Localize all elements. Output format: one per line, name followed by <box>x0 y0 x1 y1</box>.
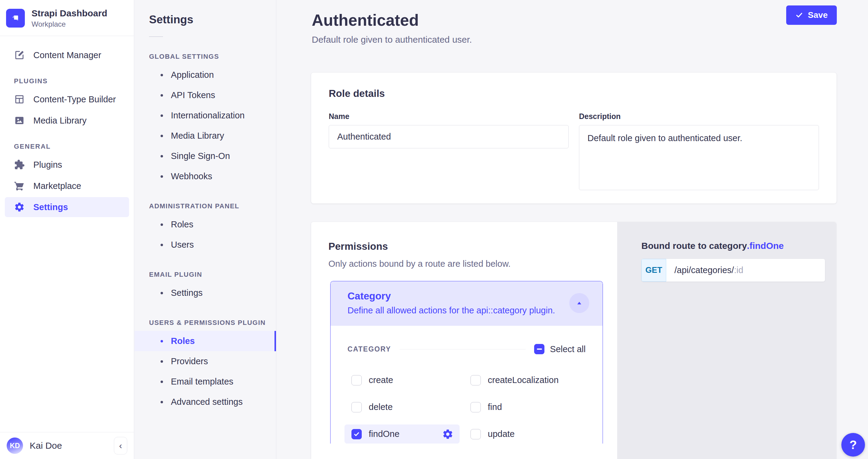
collapse-sidebar-button[interactable]: ‹ <box>114 437 127 455</box>
select-all-label[interactable]: Select all <box>550 344 586 354</box>
avatar-initials: KD <box>10 442 20 450</box>
main-content: Authenticated Default role given to auth… <box>277 0 868 459</box>
strapi-logo-icon <box>6 9 25 28</box>
bound-route-title: Bound route to category.findOne <box>641 241 836 251</box>
permission-update: update <box>467 425 586 444</box>
bullet-icon <box>161 135 163 137</box>
checkbox-label[interactable]: createLocalization <box>488 375 559 385</box>
findone-checkbox[interactable] <box>351 429 362 439</box>
settings-item-label: Roles <box>171 336 195 346</box>
sidebar-item-label: Content Manager <box>33 50 101 60</box>
checkbox-label[interactable]: find <box>488 402 502 412</box>
settings-item-webhooks[interactable]: Webhooks <box>134 166 276 187</box>
settings-item-email-settings[interactable]: Settings <box>134 283 276 303</box>
route-path-base: /api/categories/ <box>674 265 734 275</box>
settings-item-label: API Tokens <box>171 90 215 100</box>
sidebar-footer: KD Kai Doe ‹ <box>0 432 134 459</box>
settings-item-advanced-settings[interactable]: Advanced settings <box>134 392 276 412</box>
bound-route-action: .findOne <box>747 241 784 251</box>
settings-item-application[interactable]: Application <box>134 65 276 85</box>
sidebar-item-plugins[interactable]: Plugins <box>5 155 129 175</box>
group-divider <box>400 349 526 350</box>
role-details-title: Role details <box>329 88 819 99</box>
save-button[interactable]: Save <box>786 5 837 25</box>
section-email-plugin: EMAIL PLUGIN <box>149 271 276 278</box>
delete-checkbox[interactable] <box>351 402 362 413</box>
permission-delete: delete <box>347 397 467 417</box>
settings-item-up-roles[interactable]: Roles <box>134 331 276 351</box>
select-all-control[interactable]: Select all <box>534 344 586 354</box>
settings-item-label: Webhooks <box>171 171 212 182</box>
settings-item-internationalization[interactable]: Internationalization <box>134 105 276 126</box>
settings-item-providers[interactable]: Providers <box>134 351 276 371</box>
workspace-switcher[interactable]: Strapi Dashboard Workplace <box>0 0 134 36</box>
sidebar-item-marketplace[interactable]: Marketplace <box>5 176 129 196</box>
route-display: GET /api/categories/:id <box>641 259 825 282</box>
settings-item-admin-roles[interactable]: Roles <box>134 215 276 235</box>
findone-settings-button[interactable] <box>442 428 454 440</box>
collapse-accordion-button[interactable] <box>569 293 589 313</box>
permissions-section: Permissions Only actions bound by a rout… <box>311 222 836 459</box>
bound-route-title-prefix: Bound route to category <box>641 241 747 251</box>
sidebar-item-media-library[interactable]: Media Library <box>5 110 129 131</box>
permission-findone: findOne <box>344 425 460 444</box>
create-checkbox[interactable] <box>351 375 362 386</box>
bullet-icon <box>161 340 163 342</box>
bound-route-panel: Bound route to category.findOne GET /api… <box>617 222 836 459</box>
checkbox-label[interactable]: delete <box>369 402 393 412</box>
cog-icon <box>442 428 454 440</box>
permissions-title: Permissions <box>329 241 617 252</box>
permission-create: create <box>347 370 467 390</box>
sidebar-item-content-type-builder[interactable]: Content-Type Builder <box>5 89 129 109</box>
select-all-checkbox[interactable] <box>534 344 545 354</box>
settings-item-email-templates[interactable]: Email templates <box>134 371 276 392</box>
content-type-builder-icon <box>14 94 25 105</box>
settings-item-label: Media Library <box>171 131 224 141</box>
sidebar-item-content-manager[interactable]: Content Manager <box>5 45 129 65</box>
sidebar-item-label: Plugins <box>33 160 62 170</box>
content-manager-icon <box>14 50 25 61</box>
settings-item-admin-users[interactable]: Users <box>134 235 276 255</box>
app-title: Strapi Dashboard <box>32 8 107 19</box>
permission-find: find <box>467 397 586 417</box>
bullet-icon <box>161 360 163 363</box>
name-field[interactable] <box>329 125 569 149</box>
avatar[interactable]: KD <box>7 437 23 454</box>
category-accordion-header[interactable]: Category Define all allowed actions for … <box>331 281 602 326</box>
bullet-icon <box>161 292 163 294</box>
checkbox-label[interactable]: update <box>488 429 515 439</box>
settings-item-single-sign-on[interactable]: Single Sign-On <box>134 146 276 166</box>
bullet-icon <box>161 74 163 76</box>
find-checkbox[interactable] <box>470 402 481 413</box>
bullet-icon <box>161 114 163 117</box>
checkbox-label[interactable]: findOne <box>369 429 400 439</box>
createlocalization-checkbox[interactable] <box>470 375 481 386</box>
help-button[interactable]: ? <box>841 433 865 457</box>
settings-item-label: Email templates <box>171 376 233 387</box>
cart-icon <box>14 181 25 191</box>
bullet-icon <box>161 155 163 158</box>
update-checkbox[interactable] <box>470 429 481 439</box>
route-path: /api/categories/:id <box>666 259 743 282</box>
checkbox-label[interactable]: create <box>369 375 393 385</box>
settings-item-label: Single Sign-On <box>171 151 230 161</box>
question-mark-icon: ? <box>849 438 857 452</box>
chevron-left-icon: ‹ <box>119 441 122 450</box>
description-label: Description <box>579 112 819 121</box>
bullet-icon <box>161 244 163 246</box>
settings-item-label: Settings <box>171 288 203 298</box>
category-group-label: CATEGORY <box>347 345 391 353</box>
sidebar-section-plugins: PLUGINS <box>14 77 134 85</box>
http-method-badge: GET <box>641 259 666 282</box>
settings-item-media-library[interactable]: Media Library <box>134 126 276 146</box>
settings-item-api-tokens[interactable]: API Tokens <box>134 85 276 105</box>
sidebar-nav: Content Manager PLUGINS Content-Type Bui… <box>0 36 134 432</box>
settings-item-label: Application <box>171 70 214 80</box>
description-field[interactable]: Default role given to authenticated user… <box>579 125 819 190</box>
sidebar-item-settings[interactable]: Settings <box>5 197 129 217</box>
route-path-param: :id <box>734 265 743 275</box>
puzzle-icon <box>14 159 25 170</box>
settings-item-label: Roles <box>171 220 193 230</box>
settings-title-rule <box>149 36 163 37</box>
page-subtitle: Default role given to authenticated user… <box>312 34 472 45</box>
